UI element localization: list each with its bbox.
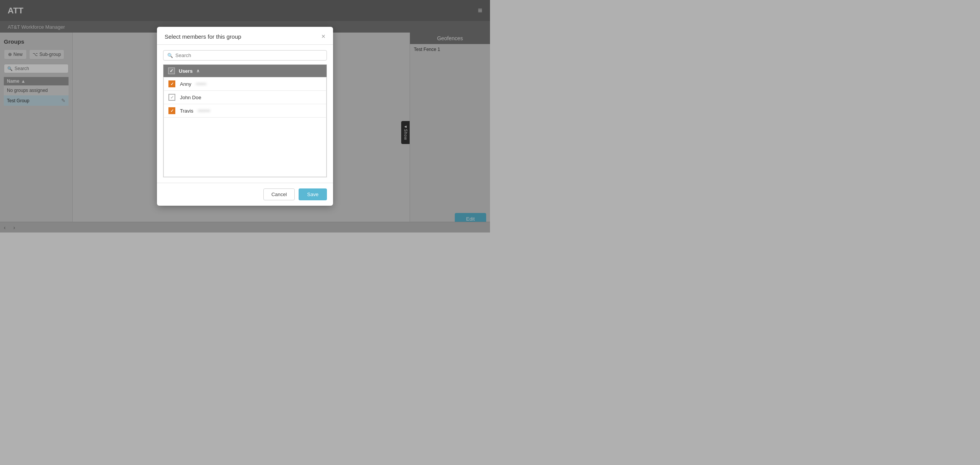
user-name-john: John Doe (180, 95, 201, 100)
modal-search-icon: 🔍 (167, 53, 173, 58)
checkmark-icon: ✓ (170, 95, 174, 100)
user-row: ✓ John Doe (164, 91, 326, 104)
modal-title: Select members for this group (165, 33, 241, 40)
user-checkbox-john[interactable]: ✓ (168, 94, 175, 101)
save-button[interactable]: Save (299, 188, 327, 200)
users-section: ✓ Users ∧ ✓ Anny •••••• (163, 64, 327, 177)
modal-footer: Cancel Save (157, 183, 333, 206)
checkmark-icon: ✓ (170, 108, 174, 113)
users-list: ✓ Anny •••••• ✓ John Doe (163, 77, 327, 177)
user-email-anny: •••••• (196, 81, 206, 87)
modal-overlay: Select members for this group × 🔍 ✓ User… (0, 0, 490, 232)
cancel-button[interactable]: Cancel (263, 188, 295, 200)
modal-header: Select members for this group × (157, 27, 333, 45)
modal-close-button[interactable]: × (321, 33, 325, 40)
checkmark-icon: ✓ (170, 68, 173, 74)
modal-body: 🔍 ✓ Users ∧ ✓ (157, 45, 333, 183)
checkmark-icon: ✓ (170, 82, 174, 87)
modal-dialog: Select members for this group × 🔍 ✓ User… (157, 27, 333, 206)
users-select-all-checkbox[interactable]: ✓ (168, 67, 175, 74)
modal-search-box: 🔍 (163, 50, 327, 61)
user-checkbox-anny[interactable]: ✓ (168, 80, 175, 87)
users-header: ✓ Users ∧ (163, 65, 327, 77)
user-row: ✓ Travis ••••••• (164, 104, 326, 118)
modal-search-input[interactable] (175, 52, 323, 58)
user-row: ✓ Anny •••••• (164, 77, 326, 91)
user-name-anny: Anny (180, 81, 191, 87)
user-name-travis: Travis (180, 108, 193, 114)
users-label: Users (179, 68, 193, 74)
user-checkbox-travis[interactable]: ✓ (168, 107, 175, 114)
chevron-up-icon[interactable]: ∧ (196, 68, 200, 74)
user-email-travis: ••••••• (198, 108, 210, 114)
